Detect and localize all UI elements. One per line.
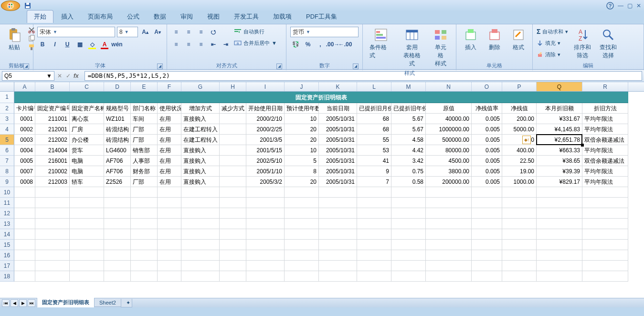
empty-cell[interactable]: [537, 187, 582, 198]
row-header-2[interactable]: 2: [0, 103, 14, 114]
row-header-17[interactable]: 17: [0, 261, 14, 271]
header-cell[interactable]: 预计使用年数: [285, 103, 319, 114]
row-header-7[interactable]: 7: [0, 156, 14, 166]
empty-cell[interactable]: [104, 271, 131, 282]
empty-cell[interactable]: [502, 271, 537, 282]
data-cell[interactable]: 10: [285, 145, 319, 156]
data-cell[interactable]: 1000000.00: [426, 124, 472, 135]
empty-cell[interactable]: [104, 198, 131, 208]
table-format-button[interactable]: 套用 表格格式: [398, 26, 427, 69]
header-cell[interactable]: 减少方式: [220, 103, 246, 114]
data-cell[interactable]: 4.42: [391, 145, 426, 156]
empty-cell[interactable]: [14, 240, 35, 250]
italic-button[interactable]: I: [50, 39, 60, 50]
minimize-icon[interactable]: —: [618, 2, 623, 9]
empty-cell[interactable]: [158, 198, 181, 208]
new-sheet-button[interactable]: ✦: [121, 299, 132, 307]
empty-cell[interactable]: [502, 198, 537, 208]
row-header-5[interactable]: 5: [0, 135, 14, 145]
data-cell[interactable]: ¥331.67: [537, 114, 582, 124]
data-cell[interactable]: 2000/2/10: [246, 114, 285, 124]
empty-cell[interactable]: [181, 208, 220, 219]
data-cell[interactable]: 直接购入: [181, 156, 220, 166]
data-cell[interactable]: 9: [357, 166, 391, 177]
data-cell[interactable]: 0001: [14, 114, 35, 124]
empty-cell[interactable]: [426, 240, 472, 250]
empty-cell[interactable]: [537, 198, 582, 208]
empty-cell[interactable]: [391, 187, 426, 198]
data-cell[interactable]: 80000.00: [426, 145, 472, 156]
empty-cell[interactable]: [357, 229, 391, 240]
tab-insert[interactable]: 插入: [54, 11, 80, 23]
empty-cell[interactable]: [502, 261, 537, 271]
empty-cell[interactable]: [181, 187, 220, 198]
phonetic-button[interactable]: wén: [112, 39, 122, 50]
data-cell[interactable]: 214004: [35, 145, 70, 156]
row-header-18[interactable]: 18: [0, 271, 14, 282]
tab-view[interactable]: 视图: [201, 11, 226, 23]
row-header-15[interactable]: 15: [0, 240, 14, 250]
row-header-11[interactable]: 11: [0, 198, 14, 208]
data-cell[interactable]: 在建工程转入: [181, 124, 220, 135]
empty-cell[interactable]: [319, 261, 357, 271]
header-cell[interactable]: 使用状况: [158, 103, 181, 114]
empty-cell[interactable]: [319, 240, 357, 250]
empty-cell[interactable]: [472, 208, 502, 219]
empty-cell[interactable]: [35, 250, 70, 261]
col-header-I[interactable]: I: [246, 82, 285, 91]
empty-cell[interactable]: [14, 271, 35, 282]
empty-cell[interactable]: [391, 261, 426, 271]
data-cell[interactable]: Z2526: [104, 177, 131, 187]
empty-cell[interactable]: [158, 187, 181, 198]
data-cell[interactable]: 0003: [14, 135, 35, 145]
data-cell[interactable]: 20: [285, 177, 319, 187]
data-cell[interactable]: 55: [357, 135, 391, 145]
data-cell[interactable]: 砖混结构: [104, 135, 131, 145]
data-cell[interactable]: 双倍余额递减法: [582, 156, 628, 166]
data-cell[interactable]: 在用: [158, 114, 181, 124]
data-cell[interactable]: 车间: [131, 114, 158, 124]
empty-cell[interactable]: [285, 198, 319, 208]
data-cell[interactable]: 0.005: [472, 114, 502, 124]
data-cell[interactable]: 53: [357, 145, 391, 156]
data-cell[interactable]: 68: [357, 114, 391, 124]
empty-cell[interactable]: [285, 240, 319, 250]
empty-cell[interactable]: [131, 198, 158, 208]
col-header-N[interactable]: N: [426, 82, 472, 91]
align-middle-button[interactable]: ≡: [183, 27, 194, 37]
empty-cell[interactable]: [319, 198, 357, 208]
header-cell[interactable]: 部门名称: [131, 103, 158, 114]
data-cell[interactable]: ¥663.33: [537, 145, 582, 156]
office-button[interactable]: [1, 0, 20, 11]
indent-inc-button[interactable]: ⇥: [221, 39, 231, 50]
data-cell[interactable]: 在用: [158, 135, 181, 145]
font-size-combo[interactable]: 8▼: [117, 27, 138, 37]
col-header-D[interactable]: D: [104, 82, 131, 91]
data-cell[interactable]: 5.67: [391, 114, 426, 124]
close-icon[interactable]: ✕: [636, 2, 641, 9]
empty-cell[interactable]: [357, 250, 391, 261]
align-launcher[interactable]: ◢: [276, 63, 282, 69]
empty-cell[interactable]: [319, 229, 357, 240]
grow-font-button[interactable]: A▴: [140, 27, 150, 37]
empty-cell[interactable]: [502, 240, 537, 250]
empty-cell[interactable]: [472, 261, 502, 271]
sort-filter-button[interactable]: AZ排序和 筛选: [571, 26, 594, 61]
empty-cell[interactable]: [285, 208, 319, 219]
empty-cell[interactable]: [582, 219, 628, 229]
data-cell[interactable]: 40000.00: [426, 114, 472, 124]
fill-handle[interactable]: [581, 144, 584, 147]
data-cell[interactable]: 2000/2/25: [246, 124, 285, 135]
empty-cell[interactable]: [426, 198, 472, 208]
header-cell[interactable]: 折旧方法: [582, 103, 628, 114]
row-header-13[interactable]: 13: [0, 219, 14, 229]
data-cell[interactable]: 平均年限法: [582, 177, 628, 187]
data-cell[interactable]: 厂部: [131, 177, 158, 187]
empty-cell[interactable]: [104, 219, 131, 229]
data-cell[interactable]: 0.005: [472, 166, 502, 177]
header-cell[interactable]: 固定资产名称: [70, 103, 104, 114]
empty-cell[interactable]: [131, 229, 158, 240]
data-cell[interactable]: [220, 166, 246, 177]
align-left-button[interactable]: ≡: [171, 39, 181, 50]
empty-cell[interactable]: [220, 208, 246, 219]
